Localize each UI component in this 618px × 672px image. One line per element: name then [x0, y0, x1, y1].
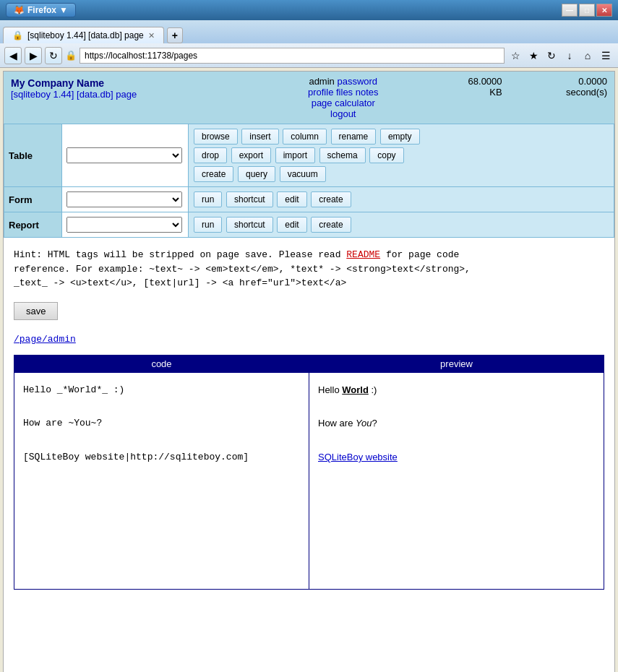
firefox-menu-button[interactable]: 🦊 Firefox ▼ — [6, 3, 76, 17]
nav-page-link[interactable]: page — [312, 98, 332, 108]
report-select[interactable] — [66, 217, 182, 233]
how-suffix: ? — [372, 418, 377, 428]
table-buttons-cell: browse insert column rename empty drop e… — [189, 124, 614, 187]
page-admin-link[interactable]: /page/admin — [14, 334, 76, 345]
readme-link[interactable]: README — [346, 249, 380, 260]
copy-button[interactable]: copy — [369, 147, 403, 163]
create-table-button[interactable]: create — [194, 166, 233, 182]
table-control-row: Table browse insert column rename empty … — [4, 124, 614, 187]
schema-button[interactable]: schema — [319, 147, 366, 163]
home-button[interactable]: ⌂ — [580, 48, 596, 64]
tab-main[interactable]: 🔒 [sqliteboy 1.44] [data.db] page ✕ — [3, 27, 164, 43]
titlebar: 🦊 Firefox ▼ — □ ✕ — [0, 0, 618, 20]
tab-close-icon[interactable]: ✕ — [148, 31, 155, 40]
report-run-button[interactable]: run — [194, 217, 222, 233]
preview-line5: SQLiteBoy website — [318, 449, 595, 465]
vacuum-button[interactable]: vacuum — [280, 166, 326, 182]
firefox-label: Firefox — [27, 5, 56, 15]
nav-logout-link[interactable]: logout — [330, 108, 356, 119]
admin-text: admin — [309, 76, 334, 87]
report-control-row: Report run shortcut edit create — [4, 212, 614, 238]
form-control-row: Form run shortcut edit create — [4, 187, 614, 212]
empty-button[interactable]: empty — [380, 129, 420, 145]
insert-button[interactable]: insert — [241, 129, 278, 145]
column-button[interactable]: column — [283, 129, 327, 145]
report-select-cell — [62, 212, 189, 238]
hint-line3: _text_ -> <u>text</u>, [text|url] -> <a … — [14, 276, 604, 290]
world-text: World — [342, 384, 369, 395]
hint-line1: Hint: HTML tags will be stripped on page… — [14, 248, 604, 262]
preview-header: preview — [309, 355, 604, 372]
import-button[interactable]: import — [275, 147, 315, 163]
window-controls: — □ ✕ — [562, 4, 612, 17]
address-input[interactable] — [80, 48, 505, 64]
refresh-icon[interactable]: ↻ — [544, 48, 559, 64]
minimize-button[interactable]: — — [562, 4, 578, 17]
page-content: My Company Name [sqliteboy 1.44] [data.d… — [3, 71, 615, 672]
db-link[interactable]: [sqliteboy 1.44] [data.db] page — [11, 89, 137, 100]
address-bar: ◀ ▶ ↻ 🔒 ☆ ★ ↻ ↓ ⌂ ☰ — [0, 43, 618, 68]
forward-button[interactable]: ▶ — [25, 47, 42, 64]
rename-button[interactable]: rename — [331, 129, 377, 145]
table-select-cell — [62, 124, 189, 187]
sqliteboy-link[interactable]: SQLiteBoy website — [318, 452, 398, 462]
nav-notes-link[interactable]: notes — [356, 87, 379, 98]
form-select-cell — [62, 187, 189, 212]
form-run-button[interactable]: run — [194, 191, 222, 207]
report-edit-button[interactable]: edit — [277, 217, 306, 233]
export-button[interactable]: export — [231, 147, 271, 163]
header-nav-cell: admin password profile files notes page … — [268, 72, 418, 124]
nav-calculator-link[interactable]: calculator — [335, 98, 375, 108]
time-value: 0.0000 — [578, 76, 607, 87]
time-unit: second(s) — [566, 87, 607, 98]
close-button[interactable]: ✕ — [596, 4, 612, 17]
new-tab-button[interactable]: + — [167, 27, 183, 43]
form-edit-button[interactable]: edit — [277, 191, 306, 207]
save-button[interactable]: save — [14, 302, 58, 320]
maximize-button[interactable]: □ — [579, 4, 595, 17]
header-table: My Company Name [sqliteboy 1.44] [data.d… — [4, 72, 614, 124]
company-name: My Company Name — [11, 77, 261, 89]
preview-cell: Hello World :) How are You? SQLiteBoy we… — [309, 372, 604, 589]
address-icons: ☆ ★ ↻ ↓ ⌂ ☰ — [507, 48, 614, 64]
code-cell: Hello _*World*_ :) How are ~You~? [SQLit… — [14, 372, 309, 589]
code-line1: Hello _*World*_ :) — [23, 382, 300, 398]
header-stats-cell: 68.0000 KB — [418, 72, 509, 124]
form-select[interactable] — [66, 191, 182, 207]
file-size: 68.0000 — [468, 76, 502, 87]
back-button[interactable]: ◀ — [4, 47, 22, 64]
form-create-button[interactable]: create — [311, 191, 351, 207]
code-line3: How are ~You~? — [23, 415, 300, 431]
drop-button[interactable]: drop — [194, 147, 227, 163]
how-prefix: How are — [318, 418, 356, 428]
report-buttons-cell: run shortcut edit create — [189, 212, 614, 238]
reload-button[interactable]: ↻ — [45, 47, 62, 64]
code-line2 — [23, 398, 300, 415]
report-shortcut-button[interactable]: shortcut — [226, 217, 273, 233]
header-company-cell: My Company Name [sqliteboy 1.44] [data.d… — [4, 72, 268, 124]
browse-button[interactable]: browse — [194, 129, 238, 145]
form-shortcut-button[interactable]: shortcut — [226, 191, 273, 207]
file-size-unit: KB — [489, 87, 502, 98]
bottom-spacer — [4, 590, 614, 673]
bookmark-icon[interactable]: ☆ — [507, 48, 523, 64]
form-label: Form — [4, 187, 62, 212]
table-select[interactable] — [66, 147, 182, 163]
tab-bar: 🔒 [sqliteboy 1.44] [data.db] page ✕ + — [0, 20, 618, 43]
tab-icon: 🔒 — [12, 30, 23, 40]
tab-label: [sqliteboy 1.44] [data.db] page — [27, 30, 144, 40]
code-preview-table: code preview Hello _*World*_ :) How are … — [14, 355, 604, 590]
report-create-button[interactable]: create — [311, 217, 351, 233]
menu-button[interactable]: ☰ — [598, 48, 614, 64]
control-table: Table browse insert column rename empty … — [4, 124, 614, 238]
nav-profile-link[interactable]: profile — [308, 87, 333, 98]
table-label: Table — [4, 124, 62, 187]
firefox-icon: 🦊 — [14, 5, 25, 15]
query-button[interactable]: query — [238, 166, 275, 182]
nav-files-link[interactable]: files — [336, 87, 353, 98]
download-button[interactable]: ↓ — [562, 48, 578, 64]
hello-prefix: Hello — [318, 384, 342, 395]
nav-password-link[interactable]: password — [337, 76, 377, 87]
preview-line1: Hello World :) — [318, 382, 595, 398]
history-icon[interactable]: ★ — [525, 48, 541, 64]
